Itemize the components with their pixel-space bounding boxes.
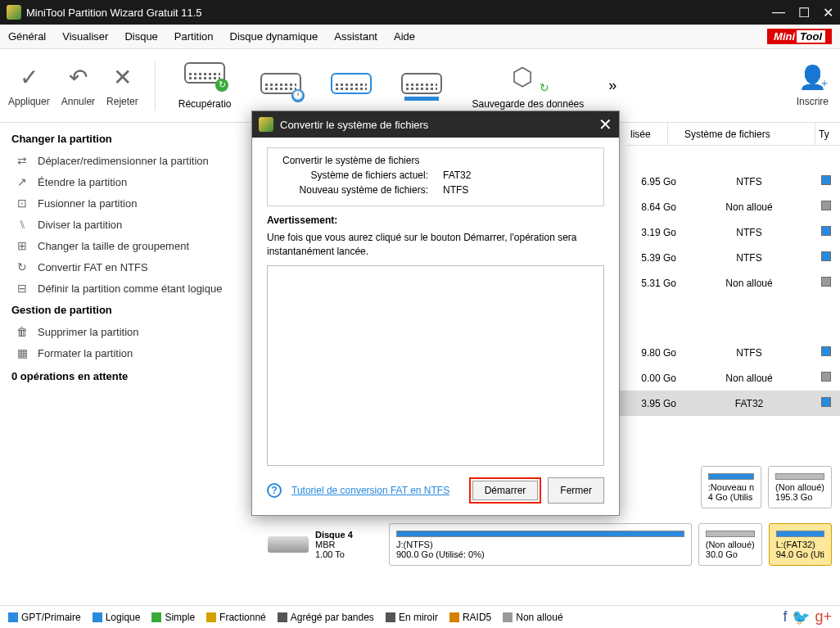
partition-row[interactable]: 0.00 GoNon alloué <box>619 365 840 391</box>
strip-box-unalloc-2[interactable]: (Non alloué)30.0 Go <box>698 523 762 566</box>
action-set-logical[interactable]: ⊟Définir la partition comme étant logiqu… <box>0 278 251 299</box>
menubar: Général Visualiser Disque Partition Disq… <box>0 25 840 49</box>
action-move-resize[interactable]: ⇄Déplacer/redimensionner la partition <box>0 150 251 171</box>
new-fs-label: Nouveau système de fichiers: <box>279 184 443 196</box>
legend-item: Agrégé par bandes <box>278 612 374 623</box>
legend-item: Simple <box>151 612 195 623</box>
merge-icon: ⊡ <box>15 197 29 210</box>
partition-row[interactable]: 5.31 GoNon alloué <box>619 270 840 296</box>
convert-fs-dialog: Convertir le système de fichiers ✕ Conve… <box>251 111 620 516</box>
section-manage-partition: Gestion de partition <box>0 299 251 321</box>
legend-item: Logique <box>93 612 141 623</box>
menu-partition[interactable]: Partition <box>174 30 214 43</box>
brand-logo: MiniTool <box>767 29 832 44</box>
undo-button[interactable]: ↶Annuler <box>58 61 98 111</box>
current-fs-label: Système de fichiers actuel: <box>279 169 443 181</box>
action-split[interactable]: ⑊Diviser la partition <box>0 214 251 235</box>
action-cluster[interactable]: ⊞Changer la taille de groupement <box>0 235 251 256</box>
new-fs-value: NTFS <box>443 184 468 196</box>
partition-row[interactable]: 9.80 GoNTFS <box>619 340 840 365</box>
fieldset-legend: Convertir le système de fichiers <box>279 155 422 166</box>
pending-operations: 0 opérations en attente <box>0 364 251 389</box>
maximize-button[interactable]: ☐ <box>798 5 810 20</box>
drive-button-1[interactable]: 🕐 <box>246 73 316 99</box>
legend-item: Fractionné <box>206 612 266 623</box>
twitter-icon[interactable]: 🐦 <box>792 608 810 626</box>
menu-help[interactable]: Aide <box>394 30 415 43</box>
x-icon: ✕ <box>113 65 132 91</box>
close-button-dialog[interactable]: Fermer <box>548 477 604 504</box>
sidebar: Changer la partition ⇄Déplacer/redimensi… <box>0 123 251 605</box>
start-highlight: Démarrer <box>469 477 542 504</box>
trash-icon: 🗑 <box>15 325 29 338</box>
format-icon: ▦ <box>15 346 29 359</box>
close-button[interactable]: ✕ <box>823 5 833 20</box>
tutorial-link[interactable]: Tutoriel de conversion FAT en NTFS <box>291 485 449 496</box>
menu-dynamic[interactable]: Disque dynamique <box>230 30 318 43</box>
action-extend[interactable]: ↗Étendre la partition <box>0 171 251 192</box>
partition-row[interactable]: 3.19 GoNTFS <box>619 219 840 245</box>
convert-fieldset: Convertir le système de fichiers Système… <box>267 147 604 206</box>
convert-icon: ↻ <box>15 260 29 273</box>
grid-header: lisée Système de fichiers Ty <box>627 123 840 146</box>
window-title: MiniTool Partition Wizard Gratuit 11.5 <box>26 7 772 19</box>
section-change-partition: Changer la partition <box>0 128 251 150</box>
menu-wizard[interactable]: Assistant <box>334 30 377 43</box>
disk-strip-2: Disque 4MBR1.00 To J:(NTFS)900.0 Go (Uti… <box>268 520 832 569</box>
warning-heading: Avertissement: <box>267 215 604 226</box>
menu-general[interactable]: Général <box>8 30 46 43</box>
strip-box-unalloc-1[interactable]: (Non alloué)195.3 Go <box>768 466 832 508</box>
partition-row[interactable]: 5.39 GoNTFS <box>619 245 840 270</box>
legend-item: En miroir <box>386 612 438 623</box>
strip-box-l-selected[interactable]: L:(FAT32)94.0 Go (Uti <box>769 523 832 566</box>
overflow-button[interactable]: » <box>598 77 626 94</box>
disk-4-info[interactable]: Disque 4MBR1.00 To <box>268 530 382 559</box>
dialog-close-icon[interactable]: ✕ <box>598 116 612 133</box>
undo-icon: ↶ <box>69 65 88 91</box>
cluster-icon: ⊞ <box>15 239 29 252</box>
register-button[interactable]: 👤＋Inscrire <box>793 61 840 111</box>
warning-text: Une fois que vous aurez cliqué sur le bo… <box>267 231 604 259</box>
col-fs[interactable]: Système de fichiers <box>668 123 815 145</box>
help-icon[interactable]: ? <box>267 483 282 498</box>
strip-box-new[interactable]: :Nouveau n4 Go (Utilis <box>701 466 761 508</box>
legend: GPT/PrimaireLogiqueSimpleFractionnéAgrég… <box>0 605 840 628</box>
logical-icon: ⊟ <box>15 282 29 295</box>
start-button[interactable]: Démarrer <box>472 481 539 500</box>
col-type[interactable]: Ty <box>815 123 840 145</box>
action-convert-fat[interactable]: ↻Convertir FAT en NTFS <box>0 256 251 278</box>
partition-rows: 6.95 GoNTFS8.64 GoNon alloué3.19 GoNTFS5… <box>619 169 840 416</box>
drive-button-3[interactable] <box>386 73 457 99</box>
action-delete[interactable]: 🗑Supprimer la partition <box>0 321 251 342</box>
minimize-button[interactable]: — <box>772 5 785 20</box>
refresh-icon: ↻ <box>215 79 228 92</box>
googleplus-icon[interactable]: g+ <box>815 608 832 626</box>
menu-disk[interactable]: Disque <box>124 30 157 43</box>
clock-icon: 🕐 <box>291 89 305 102</box>
col-used[interactable]: lisée <box>627 123 668 145</box>
backup-button[interactable]: ⬡↻Sauvegarde des données <box>457 62 598 110</box>
drive-button-2[interactable] <box>316 73 386 99</box>
disk-strip-1: :Nouveau n4 Go (Utilis (Non alloué)195.3… <box>701 463 832 512</box>
facebook-icon[interactable]: f <box>783 608 787 626</box>
menu-view[interactable]: Visualiser <box>62 30 108 43</box>
check-icon: ✓ <box>20 65 38 91</box>
partition-row[interactable]: 6.95 GoNTFS <box>619 169 840 194</box>
apply-button[interactable]: ✓Appliquer <box>5 61 53 111</box>
action-format[interactable]: ▦Formater la partition <box>0 342 251 364</box>
dialog-titlebar: Convertir le système de fichiers ✕ <box>252 111 619 138</box>
partition-row[interactable]: 8.64 GoNon alloué <box>619 194 840 219</box>
resize-icon: ⇄ <box>15 154 29 167</box>
strip-box-j[interactable]: J:(NTFS)900.0 Go (Utilisé: 0%) <box>389 523 692 566</box>
current-fs-value: FAT32 <box>443 169 471 181</box>
legend-item: Non alloué <box>503 612 562 623</box>
partition-row[interactable]: 3.95 GoFAT32 <box>619 391 840 416</box>
legend-item: RAID5 <box>449 612 491 623</box>
log-box <box>267 265 604 466</box>
extend-icon: ↗ <box>15 175 29 188</box>
discard-button[interactable]: ✕Rejeter <box>103 61 142 111</box>
recovery-button[interactable]: ↻Récupératio <box>164 62 246 110</box>
action-merge[interactable]: ⊡Fusionner la partition <box>0 192 251 214</box>
disk-icon <box>268 536 309 553</box>
app-icon <box>7 5 21 20</box>
